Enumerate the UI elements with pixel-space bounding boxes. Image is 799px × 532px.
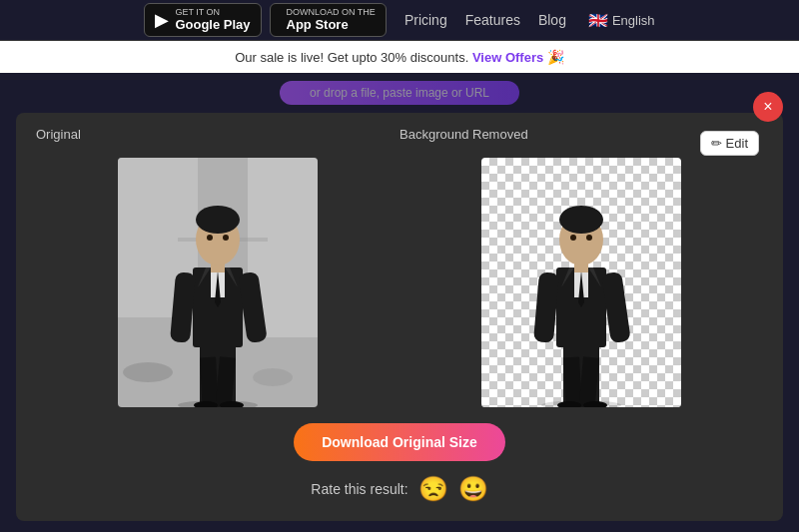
nav-blog[interactable]: Blog [538, 12, 566, 28]
thumbs-down-button[interactable]: 😒 [418, 475, 448, 503]
sale-banner: Our sale is live! Get upto 30% discounts… [0, 41, 799, 73]
original-label: Original [36, 127, 81, 142]
nav-pricing[interactable]: Pricing [404, 12, 447, 28]
original-panel: Original [36, 127, 400, 407]
language-label: English [612, 13, 655, 28]
rating-label: Rate this result: [311, 481, 407, 497]
original-panel-header: Original [36, 127, 400, 150]
svg-point-19 [223, 235, 229, 241]
upload-hint-bar: or drop a file, paste image or URL [280, 81, 519, 105]
language-selector[interactable]: 🇬🇧 English [588, 11, 655, 30]
main-content: Original [16, 113, 783, 521]
app-store-label: App Store [287, 18, 376, 32]
svg-point-37 [586, 235, 592, 241]
bg-removed-panel: Background Removed ✏ Edit [400, 127, 763, 407]
nav-links: Pricing Features Blog 🇬🇧 English [404, 11, 655, 30]
original-photo [118, 158, 318, 407]
upload-hint-area: or drop a file, paste image or URL [0, 73, 799, 113]
app-store-button[interactable]: Download on the App Store [270, 3, 387, 37]
bg-removed-image-wrapper [481, 158, 681, 407]
svg-point-5 [253, 368, 293, 386]
original-image-wrapper [118, 158, 318, 407]
download-button[interactable]: Download Original Size [294, 423, 505, 461]
bg-removed-label: Background Removed [400, 127, 528, 142]
sale-text: Our sale is live! Get upto 30% discounts… [235, 50, 468, 65]
google-play-icon: ▶ [155, 9, 169, 31]
google-play-button[interactable]: ▶ GET IT ON Google Play [144, 3, 261, 37]
close-button[interactable]: × [753, 92, 783, 122]
thumbs-up-button[interactable]: 😀 [458, 475, 488, 503]
fire-emoji: 🎉 [547, 49, 564, 65]
google-play-label: Google Play [175, 18, 250, 32]
svg-point-35 [559, 206, 603, 234]
nav-features[interactable]: Features [465, 12, 520, 28]
checkered-background [481, 158, 681, 407]
edit-button[interactable]: ✏ Edit [700, 131, 759, 156]
panels-container: Original [36, 127, 763, 407]
svg-point-17 [196, 206, 240, 234]
bg-removed-panel-header: Background Removed ✏ Edit [400, 127, 763, 150]
flag-icon: 🇬🇧 [588, 11, 608, 30]
thumbs-up-emoji: 😀 [458, 475, 488, 502]
edit-label: Edit [726, 136, 748, 151]
upload-hint-text: or drop a file, paste image or URL [310, 86, 489, 100]
svg-point-4 [123, 362, 173, 382]
svg-rect-26 [563, 357, 582, 407]
svg-point-18 [207, 235, 213, 241]
svg-point-36 [570, 235, 576, 241]
svg-rect-8 [200, 357, 219, 407]
header: ▶ GET IT ON Google Play Download on the … [0, 0, 799, 41]
bg-removed-photo [481, 158, 681, 407]
view-offers-link[interactable]: View Offers [472, 50, 543, 65]
pencil-icon: ✏ [711, 136, 722, 151]
thumbs-down-emoji: 😒 [418, 475, 448, 502]
rating-row: Rate this result: 😒 😀 [36, 475, 763, 503]
close-icon: × [763, 98, 772, 116]
svg-rect-31 [533, 271, 559, 342]
download-label: Download Original Size [322, 434, 477, 450]
download-section: Download Original Size [36, 423, 763, 461]
